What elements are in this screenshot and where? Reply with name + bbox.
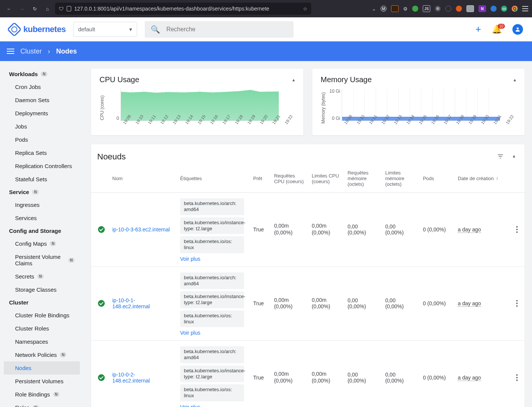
ext-icon-gear[interactable]: ⚙ [403, 6, 408, 12]
sidebar-section-head[interactable]: Service N [0, 186, 84, 198]
collapse-icon[interactable]: ▴ [513, 153, 515, 161]
see-more-link[interactable]: Voir plus [180, 404, 200, 407]
status-ok-icon [98, 300, 105, 307]
ext-icon-evernote[interactable] [412, 6, 418, 12]
sidebar-section-head[interactable]: Config and Storage [0, 225, 84, 237]
sidebar-item[interactable]: Daemon Sets [0, 93, 84, 107]
namespace-value: default [78, 26, 95, 32]
sidebar-item[interactable]: Replica Sets [0, 146, 84, 159]
status-ok-icon [98, 374, 105, 381]
nav-back-button[interactable]: ← [4, 3, 14, 14]
label-chip: beta.kubernetes.io/os: linux [180, 311, 244, 327]
sidebar-toggle-button[interactable] [7, 49, 14, 54]
collapse-icon[interactable]: ▴ [292, 77, 295, 83]
app-name: kubernetes [23, 24, 66, 34]
col-pods[interactable]: Pods [419, 165, 454, 193]
search-input[interactable] [166, 26, 287, 33]
sidebar-item-label: Services [15, 215, 37, 221]
sidebar-item[interactable]: Secrets N [0, 270, 84, 283]
cpu-x-ticks: 19:0919:1019:1119:1219:1319:1419:1519:16… [122, 122, 295, 127]
namespace-badge: N [37, 274, 44, 279]
col-cpu-req[interactable]: Requêtes CPU (coeurs) [270, 165, 308, 193]
nodes-table: Nom Étiquettes Prêt Requêtes CPU (coeurs… [91, 165, 524, 407]
row-menu-button[interactable] [513, 300, 521, 307]
table-row: ip-10-0-3-63.ec2.internal beta.kubernete… [91, 193, 524, 267]
namespace-badge: N [50, 241, 56, 246]
sidebar-section-head[interactable]: Workloads N [0, 68, 84, 80]
sidebar-item[interactable]: Roles N [0, 401, 84, 407]
table-row: ip-10-0-2-148.ec2.internal beta.kubernet… [91, 341, 524, 407]
sidebar-section-head[interactable]: Cluster [0, 296, 84, 309]
sidebar-item[interactable]: Replication Controllers [0, 159, 84, 173]
sidebar-item[interactable]: Network Policies N [0, 348, 84, 361]
node-name-link[interactable]: ip-10-0-3-63.ec2.internal [112, 226, 170, 233]
nav-reload-button[interactable]: ↻ [29, 3, 40, 14]
col-cpu-lim[interactable]: Limites CPU (coeurs) [308, 165, 344, 193]
col-created[interactable]: Date de création↑ [454, 165, 509, 193]
notifications-button[interactable]: 🔔 10 [492, 24, 502, 34]
namespace-badge: N [32, 190, 38, 194]
col-mem-req[interactable]: Requêtes mémoire (octets) [344, 165, 381, 193]
see-more-link[interactable]: Voir plus [180, 256, 200, 262]
sidebar-item[interactable]: Storage Classes [0, 283, 84, 296]
sidebar-item[interactable]: Deployments [0, 107, 84, 120]
filter-icon[interactable] [497, 153, 504, 161]
browser-menu-button[interactable] [522, 6, 528, 11]
sidebar-item[interactable]: Persistent Volume Claims N [0, 250, 84, 270]
sidebar-item[interactable]: Persistent Volumes [0, 375, 84, 388]
user-icon [515, 26, 521, 32]
url-bar[interactable]: 🛡 127.0.0.1:8001/api/v1/namespaces/kuber… [55, 3, 311, 15]
node-name-link[interactable]: ip-10-0-2-148.ec2.internal [112, 372, 150, 384]
col-name[interactable]: Nom [109, 165, 176, 193]
col-labels[interactable]: Étiquettes [176, 165, 249, 193]
user-menu-button[interactable] [512, 24, 523, 35]
sidebar-item[interactable]: Role Bindings N [0, 388, 84, 401]
namespace-badge: N [68, 258, 75, 263]
cell-ready: True [249, 193, 270, 267]
ext-icon-2[interactable] [391, 5, 399, 12]
ext-icon-globe[interactable]: ✻ [435, 6, 441, 12]
label-chip: beta.kubernetes.io/instance-type: t2.lar… [180, 291, 244, 308]
sidebar-item[interactable]: Cluster Role Bindings [0, 309, 84, 322]
search-box[interactable]: 🔍 [145, 21, 294, 38]
label-chip: beta.kubernetes.io/os: linux [180, 236, 244, 253]
sidebar-item[interactable]: Ingresses [0, 198, 84, 211]
ext-icon-bug[interactable] [491, 6, 497, 12]
ext-icon-window[interactable] [466, 5, 474, 12]
star-icon[interactable]: ☆ [303, 6, 307, 12]
ext-icon-m[interactable]: m [501, 6, 507, 12]
sidebar-item[interactable]: Stateful Sets [0, 173, 84, 186]
cell-created: a day ago [454, 341, 509, 407]
table-row: ip-10-0-1-148.ec2.internal beta.kubernet… [91, 266, 524, 341]
shield-icon: 🛡 [59, 6, 64, 12]
col-ready[interactable]: Prêt [249, 165, 270, 193]
ext-icon-1[interactable]: M [381, 6, 387, 12]
row-menu-button[interactable] [513, 226, 521, 233]
nav-home-button[interactable]: ⌂ [42, 3, 53, 14]
sidebar-item[interactable]: Nodes [4, 361, 80, 375]
ext-icon-onenote[interactable]: N [478, 5, 486, 12]
node-name-link[interactable]: ip-10-0-1-148.ec2.internal [112, 297, 150, 309]
sidebar-item[interactable]: Namespaces [0, 335, 84, 348]
sidebar-item[interactable]: Config Maps N [0, 237, 84, 250]
app-logo[interactable]: kubernetes [9, 24, 66, 35]
sidebar-item[interactable]: Services [0, 211, 84, 225]
ext-icon-js[interactable]: JS [423, 5, 430, 12]
sidebar-item[interactable]: Pods [0, 133, 84, 146]
see-more-link[interactable]: Voir plus [180, 330, 200, 336]
sidebar-item-label: Roles [15, 404, 29, 407]
namespace-select[interactable]: default ▾ [73, 22, 137, 37]
sidebar-item[interactable]: Cron Jobs [0, 80, 84, 93]
sidebar-item-label: Jobs [15, 123, 27, 130]
row-menu-button[interactable] [513, 374, 521, 381]
breadcrumb-level1[interactable]: Cluster [20, 47, 42, 55]
sidebar-item[interactable]: Cluster Roles [0, 322, 84, 335]
col-mem-lim[interactable]: Limites mémoire (octets) [381, 165, 419, 193]
ext-icon-circle[interactable] [445, 6, 451, 12]
ext-icon-fox[interactable] [456, 6, 462, 12]
collapse-icon[interactable]: ▴ [514, 77, 516, 83]
ext-icon-q[interactable]: Q [512, 6, 518, 12]
create-button[interactable]: + [475, 23, 481, 35]
sidebar-item[interactable]: Jobs [0, 120, 84, 133]
pocket-icon[interactable]: ⌄ [372, 6, 376, 12]
